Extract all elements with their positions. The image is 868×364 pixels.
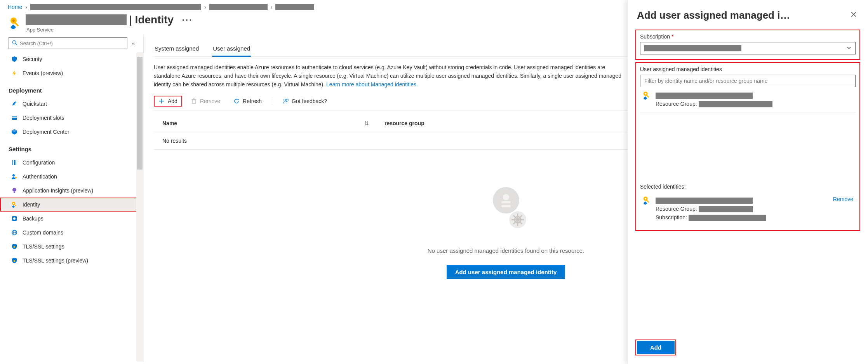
more-menu-icon[interactable]: ⋯ [176, 13, 198, 26]
svg-rect-11 [16, 160, 16, 165]
svg-rect-48 [644, 96, 647, 100]
selected-identities-label: Selected identities: [640, 184, 856, 190]
breadcrumb-item-redacted[interactable] [275, 4, 314, 10]
add-uami-blade: Add user assigned managed i… Subscriptio… [627, 0, 868, 364]
add-button[interactable]: Add [154, 96, 182, 107]
svg-rect-10 [14, 160, 15, 165]
sidebar-item-deployment-center[interactable]: Deployment Center [0, 125, 143, 139]
identity-key-icon [11, 201, 18, 208]
sidebar-item-deployment-slots[interactable]: Deployment slots [0, 111, 143, 125]
sidebar-item-label: Identity [23, 201, 40, 208]
sidebar-group-settings: Settings [0, 139, 143, 156]
close-blade-button[interactable] [849, 9, 859, 22]
sidebar-item-label: TLS/SSL settings [23, 243, 64, 250]
sidebar-item-tls-ssl[interactable]: TLS/SSL settings [0, 240, 143, 254]
vault-icon [11, 215, 18, 222]
resource-group-value-redacted [699, 101, 772, 107]
resource-sidebar: « Security Events (preview) Deployment [0, 35, 144, 362]
sort-icon[interactable]: ⇅ [364, 120, 369, 126]
sidebar-item-label: Custom domains [23, 229, 63, 236]
shield-icon [11, 56, 18, 63]
svg-rect-18 [14, 204, 16, 206]
column-name[interactable]: Name [162, 120, 364, 126]
svg-rect-51 [646, 200, 649, 203]
svg-point-1 [12, 19, 15, 22]
sidebar-item-authentication[interactable]: Authentication [0, 170, 143, 184]
blade-add-button[interactable]: Add [637, 341, 675, 354]
svg-rect-52 [644, 201, 647, 205]
learn-more-link[interactable]: Learn more about Managed identities. [326, 81, 418, 88]
identity-name-redacted [656, 93, 753, 99]
breadcrumb-home[interactable]: Home [8, 4, 22, 10]
svg-point-6 [15, 103, 16, 104]
scrollbar-thumb[interactable] [137, 57, 143, 170]
sidebar-item-identity[interactable]: Identity [0, 198, 143, 212]
feedback-button[interactable]: Got feedback? [278, 96, 332, 107]
sidebar-item-configuration[interactable]: Configuration [0, 156, 143, 170]
sidebar-search[interactable] [9, 37, 127, 49]
key-illustration-icon [479, 181, 533, 236]
sidebar-item-label: Authentication [23, 173, 57, 180]
sidebar-item-custom-domains[interactable]: Custom domains [0, 226, 143, 240]
svg-rect-36 [501, 205, 511, 207]
subscription-value-redacted [644, 45, 741, 51]
subscription-section: Subscription* [635, 30, 860, 60]
uami-label: User assigned managed identities [640, 66, 856, 72]
resource-group-label: Resource Group: [656, 101, 697, 107]
svg-rect-2 [14, 22, 19, 26]
sidebar-item-label: TLS/SSL settings (preview) [23, 257, 88, 264]
identity-list-item[interactable]: Resource Group: [640, 87, 856, 112]
breadcrumb-item-redacted[interactable] [209, 4, 268, 10]
svg-line-5 [16, 44, 17, 45]
toolbar-separator [272, 97, 272, 105]
refresh-button-label: Refresh [243, 98, 262, 104]
tab-user-assigned[interactable]: User assigned [212, 41, 251, 56]
svg-point-21 [13, 217, 16, 220]
chevron-down-icon [847, 46, 851, 51]
svg-rect-8 [12, 118, 17, 120]
sidebar-item-label: Deployment slots [23, 115, 64, 121]
sidebar-item-security[interactable]: Security [0, 52, 143, 66]
sidebar-item-label: Events (preview) [23, 70, 63, 76]
remove-identity-link[interactable]: Remove [833, 196, 853, 202]
column-resource-group[interactable]: resource group [384, 120, 424, 126]
sidebar-item-quickstart[interactable]: Quickstart [0, 97, 143, 111]
resource-group-label: Resource Group: [656, 206, 697, 212]
identity-key-icon [9, 16, 22, 30]
identity-filter-input[interactable] [640, 75, 856, 87]
subscription-dropdown[interactable] [640, 42, 856, 54]
resource-name-redacted [26, 14, 127, 25]
breadcrumb-item-redacted[interactable] [30, 4, 201, 10]
sidebar-item-label: Backups [23, 215, 43, 222]
shield-lock-icon [11, 257, 18, 264]
add-uami-button[interactable]: Add user assigned managed identity [447, 265, 565, 279]
svg-point-14 [12, 188, 16, 192]
lightning-icon [11, 70, 18, 77]
empty-state-text: No user assigned managed identities foun… [428, 247, 584, 254]
sidebar-item-label: Security [23, 56, 42, 62]
remove-button: Remove [186, 96, 225, 107]
collapse-sidebar-icon[interactable]: « [130, 39, 136, 48]
blade-title: Add user assigned managed i… [637, 9, 790, 21]
sidebar-item-app-insights[interactable]: Application Insights (preview) [0, 184, 143, 198]
sidebar-search-input[interactable] [20, 40, 124, 46]
trash-icon [191, 98, 197, 104]
chevron-right-icon: › [271, 4, 273, 10]
feedback-icon [282, 98, 289, 104]
svg-point-34 [503, 194, 509, 200]
sidebar-nav: Security Events (preview) Deployment Qui… [0, 52, 143, 362]
selected-identity-item: Resource Group: Subscription: Remove [640, 192, 856, 226]
sidebar-item-events[interactable]: Events (preview) [0, 66, 143, 80]
sidebar-item-tls-ssl-preview[interactable]: TLS/SSL settings (preview) [0, 254, 143, 268]
refresh-button[interactable]: Refresh [229, 96, 266, 107]
sidebar-item-label: Application Insights (preview) [23, 187, 93, 194]
identity-key-icon [642, 91, 652, 100]
svg-rect-47 [646, 95, 649, 98]
svg-point-12 [12, 174, 15, 177]
tab-system-assigned[interactable]: System assigned [154, 41, 200, 56]
refresh-icon [233, 98, 240, 104]
subscription-meta-label: Subscription: [656, 214, 687, 220]
subscription-label: Subscription* [640, 33, 856, 40]
cube-icon [11, 128, 18, 135]
sidebar-item-backups[interactable]: Backups [0, 212, 143, 226]
